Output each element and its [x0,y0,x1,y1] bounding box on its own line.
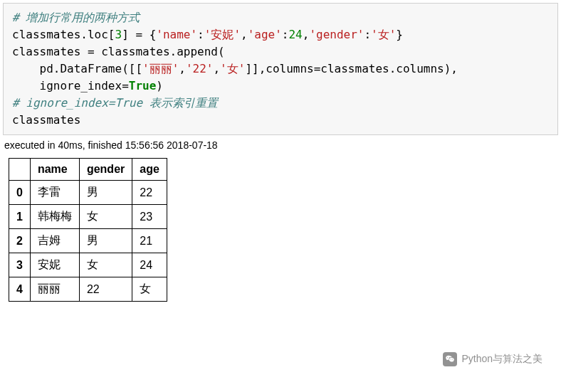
output-dataframe-table: name gender age 0李雷男22 1韩梅梅女23 2吉姆男21 3安… [9,158,167,302]
table-header-index [9,159,31,181]
code-comment: # ignore_index=True 表示索引重置 [12,96,218,110]
cell-name: 安妮 [30,253,79,277]
table-header-gender: gender [79,159,132,181]
code-string: 'age' [248,28,282,41]
table-header-name: name [30,159,79,181]
code-string: 'gender' [309,28,364,41]
code-text: classmates.loc[ [12,28,115,41]
row-index: 1 [9,205,31,229]
cell-gender: 女 [79,205,132,229]
cell-age: 24 [132,253,167,277]
table-row: 1韩梅梅女23 [9,205,167,229]
code-text: classmates = classmates.append( [12,45,225,58]
table-row: 2吉姆男21 [9,229,167,253]
cell-age: 22 [132,181,167,205]
table-header-row: name gender age [9,159,167,181]
cell-name: 丽丽 [30,277,79,302]
code-text: } [396,28,403,41]
code-text: ] = { [122,28,156,41]
code-string: 'name' [156,28,197,41]
code-text: ignore_index= [12,79,129,92]
code-text: ) [156,79,163,92]
code-text: classmates [12,113,80,127]
cell-name: 李雷 [30,181,79,205]
table-row: 4丽丽22女 [9,277,167,302]
execution-info: executed in 40ms, finished 15:56:56 2018… [0,138,561,155]
cell-gender: 女 [79,253,132,277]
code-text: pd.DataFrame([[ [12,62,142,75]
cell-gender: 男 [79,181,132,205]
code-number: 24 [288,28,302,41]
code-input-cell[interactable]: # 增加行常用的两种方式 classmates.loc[3] = {'name'… [3,3,558,135]
cell-age: 23 [132,205,167,229]
cell-age: 21 [132,229,167,253]
code-string: '22' [186,62,214,75]
code-string: '女' [371,28,396,41]
code-string: '女' [220,62,245,75]
row-index: 3 [9,253,31,277]
code-string: '丽丽' [142,62,179,75]
cell-gender: 22 [79,277,132,302]
code-string: '安妮' [204,28,241,41]
table-row: 3安妮女24 [9,253,167,277]
code-keyword: True [129,79,157,92]
row-index: 2 [9,229,31,253]
row-index: 0 [9,181,31,205]
code-comment: # 增加行常用的两种方式 [12,11,140,24]
cell-gender: 男 [79,229,132,253]
row-index: 4 [9,277,31,302]
cell-age: 女 [132,277,167,302]
table-row: 0李雷男22 [9,181,167,205]
table-header-age: age [132,159,167,181]
cell-name: 韩梅梅 [30,205,79,229]
code-text: ]],columns=classmates.columns), [245,62,458,75]
code-number: 3 [115,28,122,41]
cell-name: 吉姆 [30,229,79,253]
